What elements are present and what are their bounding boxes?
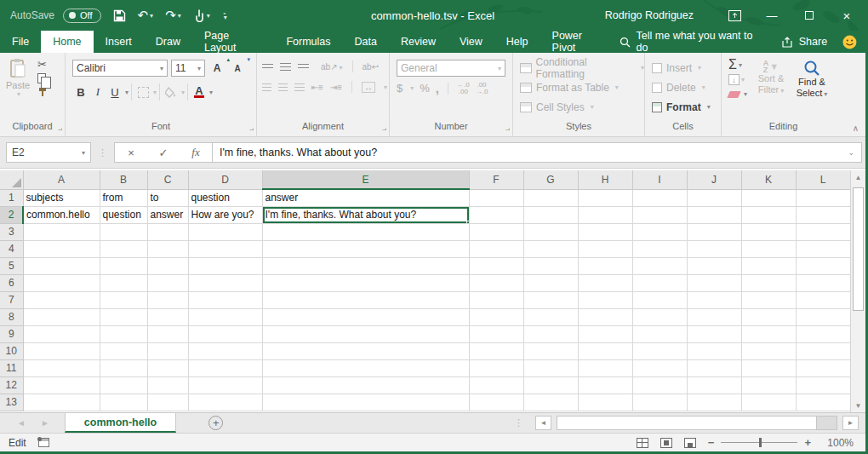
scroll-left-icon[interactable]: ◄ xyxy=(535,416,551,430)
cell-H11[interactable] xyxy=(578,359,632,376)
cell-H10[interactable] xyxy=(578,342,632,359)
cell-E4[interactable] xyxy=(262,240,469,257)
tell-me-box[interactable]: Tell me what you want to do xyxy=(620,30,767,54)
cell-F3[interactable] xyxy=(469,223,523,240)
cell-K1[interactable] xyxy=(741,189,796,206)
cell-A7[interactable] xyxy=(23,291,100,308)
cell-G4[interactable] xyxy=(523,240,578,257)
cell-J7[interactable] xyxy=(687,291,741,308)
cell-I4[interactable] xyxy=(632,240,687,257)
cell-D2[interactable]: How are you? xyxy=(188,206,262,223)
cell-E5[interactable] xyxy=(262,257,469,274)
cell-B1[interactable]: from xyxy=(100,189,147,206)
cell-J9[interactable] xyxy=(687,325,741,342)
borders-caret-icon[interactable]: ▾ xyxy=(153,89,157,96)
zoom-in-button[interactable]: + xyxy=(804,436,811,449)
font-color-caret-icon[interactable]: ▾ xyxy=(209,89,213,96)
cell-L4[interactable] xyxy=(796,240,850,257)
cell-I6[interactable] xyxy=(632,274,687,291)
cell-E10[interactable] xyxy=(262,342,469,359)
cell-D4[interactable] xyxy=(188,240,262,257)
cell-L9[interactable] xyxy=(796,325,850,342)
cell-L13[interactable] xyxy=(796,394,850,411)
cell-I10[interactable] xyxy=(632,342,687,359)
find-select-button[interactable]: Find & Select▾ xyxy=(791,60,832,121)
cell-H7[interactable] xyxy=(578,291,632,308)
cell-J8[interactable] xyxy=(687,308,741,325)
cell-H5[interactable] xyxy=(578,257,632,274)
cancel-entry-button[interactable]: × xyxy=(115,147,147,159)
cell-F10[interactable] xyxy=(469,342,523,359)
next-sheet-button[interactable]: ► xyxy=(41,418,49,428)
cell-C11[interactable] xyxy=(147,359,188,376)
cell-F12[interactable] xyxy=(469,376,523,394)
cell-I2[interactable] xyxy=(632,206,687,223)
cell-A1[interactable]: subjects xyxy=(23,189,100,206)
tab-formulas[interactable]: Formulas xyxy=(274,31,342,53)
cell-K9[interactable] xyxy=(741,325,796,342)
cell-J3[interactable] xyxy=(687,223,741,240)
sheet-tab-common-hello[interactable]: common-hello xyxy=(65,413,176,433)
cell-D12[interactable] xyxy=(188,376,262,394)
cell-B5[interactable] xyxy=(100,257,147,274)
wrap-text-button[interactable]: ab↩ xyxy=(363,62,380,72)
bottom-align-button[interactable] xyxy=(298,64,309,70)
new-sheet-button[interactable]: + xyxy=(208,416,223,430)
row-header-7[interactable]: 7 xyxy=(0,291,23,308)
cell-K5[interactable] xyxy=(741,257,796,274)
page-break-view-button[interactable] xyxy=(684,438,696,448)
cell-E6[interactable] xyxy=(262,274,469,291)
column-header-A[interactable]: A xyxy=(23,170,100,189)
font-family-select[interactable]: Calibri ▾ xyxy=(72,60,168,77)
cell-F11[interactable] xyxy=(469,359,523,376)
cell-H2[interactable] xyxy=(578,206,632,223)
cell-D10[interactable] xyxy=(188,342,262,359)
cell-A11[interactable] xyxy=(23,359,100,376)
cell-K11[interactable] xyxy=(741,359,796,376)
merge-center-button[interactable]: ↔ xyxy=(362,82,375,93)
decrease-font-size-button[interactable]: A xyxy=(229,60,246,77)
scroll-down-icon[interactable]: ▼ xyxy=(851,399,865,412)
cell-C8[interactable] xyxy=(147,308,188,325)
copy-button[interactable] xyxy=(37,73,46,83)
column-header-H[interactable]: H xyxy=(578,170,632,189)
cell-E12[interactable] xyxy=(262,376,469,394)
cell-J13[interactable] xyxy=(687,394,741,411)
cell-C1[interactable]: to xyxy=(147,189,188,206)
cell-B9[interactable] xyxy=(100,325,147,342)
comma-style-button[interactable]: , xyxy=(436,81,439,95)
minimize-button[interactable]: — xyxy=(753,0,791,31)
autosum-button[interactable]: Σ▾ xyxy=(728,58,747,72)
cell-L11[interactable] xyxy=(796,359,850,376)
cell-K8[interactable] xyxy=(741,308,796,325)
cell-E8[interactable] xyxy=(262,308,469,325)
accounting-format-button[interactable]: $ xyxy=(397,82,403,95)
cell-C7[interactable] xyxy=(147,291,188,308)
increase-font-size-button[interactable]: A xyxy=(208,60,226,77)
expand-formula-bar-icon[interactable]: ⌄ xyxy=(848,148,854,157)
cell-K4[interactable] xyxy=(741,240,796,257)
cell-H3[interactable] xyxy=(578,223,632,240)
cell-D6[interactable] xyxy=(188,274,262,291)
row-header-3[interactable]: 3 xyxy=(0,223,23,240)
cell-C12[interactable] xyxy=(147,376,188,394)
cell-E13[interactable] xyxy=(262,394,469,411)
cell-B6[interactable] xyxy=(100,274,147,291)
fill-handle[interactable] xyxy=(466,221,470,224)
cell-F2[interactable] xyxy=(469,206,523,223)
cell-G7[interactable] xyxy=(523,291,578,308)
cell-E3[interactable] xyxy=(262,223,469,240)
cell-G1[interactable] xyxy=(523,189,578,206)
tab-page-layout[interactable]: Page Layout xyxy=(192,31,275,53)
cell-I13[interactable] xyxy=(632,394,687,411)
font-color-button[interactable]: A xyxy=(194,86,203,98)
scroll-right-icon[interactable]: ► xyxy=(842,416,859,430)
top-align-button[interactable] xyxy=(262,64,273,70)
cell-C5[interactable] xyxy=(147,257,188,274)
cell-H8[interactable] xyxy=(578,308,632,325)
row-header-10[interactable]: 10 xyxy=(0,342,23,359)
insert-cells-button[interactable]: Insert ▾ xyxy=(645,58,721,78)
cell-I7[interactable] xyxy=(632,291,687,308)
share-button[interactable]: Share xyxy=(782,36,827,48)
cell-C3[interactable] xyxy=(147,223,188,240)
